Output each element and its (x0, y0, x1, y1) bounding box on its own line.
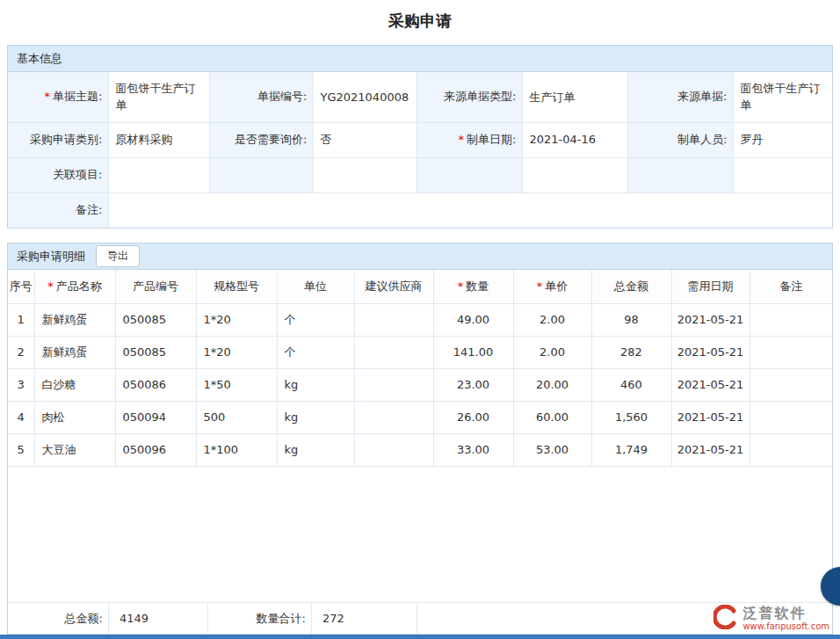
field-label-purchase-category: 采购申请类别: (8, 122, 108, 157)
field-value-purchase-category: 原材料采购 (108, 122, 209, 157)
cell-need-date: 2021-05-21 (671, 433, 749, 466)
field-label-doc-no: 单据编号: (209, 72, 313, 122)
summary-row: 总金额: 4149 数量合计: 272 (8, 602, 832, 634)
purchase-request-page: { "marks": { "required": "*" }, "colors"… (0, 0, 840, 639)
field-value-related-project (108, 157, 209, 192)
cell-seq: 2 (8, 336, 34, 368)
total-amount-label: 总金额: (8, 603, 108, 634)
field-value-doc-subject: 面包饼干生产订单 (108, 72, 209, 122)
cell-qty: 33.00 (433, 433, 513, 466)
field-value-creator: 罗丹 (733, 122, 832, 157)
cell-amount: 460 (591, 368, 671, 401)
field-value-source-doc-type: 生产订单 (522, 72, 627, 122)
cell-need-date: 2021-05-21 (671, 336, 749, 368)
required-asterisk: * (458, 280, 464, 293)
col-remark: 备注 (749, 270, 832, 303)
empty-value-cell (313, 157, 416, 192)
cell-unit: 个 (277, 336, 354, 368)
col-price: *单价 (513, 270, 591, 303)
export-button[interactable]: 导出 (96, 245, 140, 267)
cell-qty: 141.00 (433, 336, 513, 368)
field-label-remark: 备注: (8, 192, 108, 228)
basic-info-row: 采购申请类别: 原材料采购 是否需要询价: 否 *制单日期: 2021-04-1… (8, 122, 832, 157)
required-asterisk: * (459, 133, 465, 146)
detail-row: 1 新鲜鸡蛋 050085 1*20 个 49.00 2.00 98 2021-… (8, 303, 832, 336)
col-amount: 总金额 (591, 270, 671, 303)
basic-info-row: 备注: (8, 192, 832, 228)
col-qty: *数量 (433, 270, 513, 303)
cell-price: 20.00 (513, 368, 591, 401)
cell-supplier (354, 368, 433, 401)
empty-label-cell (416, 157, 522, 192)
cell-supplier (354, 433, 433, 466)
col-unit: 单位 (277, 270, 354, 303)
cell-product-name: 新鲜鸡蛋 (34, 336, 115, 368)
cell-price: 53.00 (513, 433, 591, 466)
cell-product-no: 050085 (115, 303, 196, 336)
cell-price: 2.00 (513, 336, 591, 368)
cell-remark (749, 401, 832, 433)
col-product-name: *产品名称 (34, 270, 115, 303)
details-header: 采购申请明细 导出 (8, 243, 832, 270)
cell-need-date: 2021-05-21 (671, 368, 749, 401)
field-label-create-date: *制单日期: (416, 122, 522, 157)
basic-info-row: *单据主题: 面包饼干生产订单 单据编号: YG2021040008 来源单据类… (8, 72, 832, 122)
field-value-remark (108, 192, 832, 228)
cell-qty: 26.00 (433, 401, 513, 433)
empty-label-cell (209, 157, 313, 192)
empty-value-cell (522, 157, 627, 192)
cell-seq: 5 (8, 433, 34, 466)
field-label-source-doc-type: 来源单据类型: (416, 72, 522, 122)
brand-text: 泛普软件 www.fanpusoft.com (742, 606, 829, 631)
empty-value-cell (733, 157, 832, 192)
col-need-date: 需用日期 (671, 270, 749, 303)
cell-product-no: 050096 (115, 433, 196, 466)
cell-product-name: 大豆油 (34, 433, 115, 466)
cell-spec: 1*100 (196, 433, 277, 466)
cell-unit: kg (277, 433, 354, 466)
basic-info-row: 关联项目: (8, 157, 832, 192)
cell-unit: kg (277, 368, 354, 401)
cell-seq: 3 (8, 368, 34, 401)
cell-seq: 1 (8, 303, 34, 336)
detail-row: 4 肉松 050094 500 kg 26.00 60.00 1,560 202… (8, 401, 832, 433)
field-label-source-doc: 来源单据: (627, 72, 733, 122)
cell-spec: 1*20 (196, 336, 277, 368)
cell-product-no: 050086 (115, 368, 196, 401)
detail-row: 5 大豆油 050096 1*100 kg 33.00 53.00 1,749 … (8, 433, 832, 466)
details-panel: 采购申请明细 导出 序号 *产品名称 产品编号 规格型号 单位 建议供应商 *数… (7, 243, 833, 635)
cell-spec: 500 (196, 401, 277, 433)
required-asterisk: * (537, 280, 543, 293)
cell-remark (749, 303, 832, 336)
bottom-accent-bar (0, 635, 840, 639)
detail-header-row: 序号 *产品名称 产品编号 规格型号 单位 建议供应商 *数量 *单价 总金额 … (8, 270, 832, 303)
cell-qty: 23.00 (433, 368, 513, 401)
brand-url: www.fanpusoft.com (742, 621, 829, 631)
field-value-doc-no: YG2021040008 (313, 72, 416, 122)
cell-amount: 1,749 (591, 433, 671, 466)
fanpu-logo-icon (713, 605, 738, 632)
empty-label-cell (627, 157, 733, 192)
cell-unit: kg (277, 401, 354, 433)
cell-seq: 4 (8, 401, 34, 433)
basic-info-section-title: 基本信息 (17, 46, 62, 72)
col-supplier: 建议供应商 (354, 270, 433, 303)
field-label-need-inquiry: 是否需要询价: (209, 122, 313, 157)
col-product-no: 产品编号 (115, 270, 196, 303)
cell-remark (749, 336, 832, 368)
cell-remark (749, 368, 832, 401)
page-title: 采购申请 (0, 0, 840, 45)
details-empty-area (8, 467, 832, 603)
details-table: 序号 *产品名称 产品编号 规格型号 单位 建议供应商 *数量 *单价 总金额 … (8, 270, 832, 467)
cell-product-name: 肉松 (34, 401, 115, 433)
brand-name: 泛普软件 (742, 606, 806, 621)
cell-amount: 1,560 (591, 401, 671, 433)
total-amount-value: 4149 (108, 603, 208, 634)
cell-need-date: 2021-05-21 (671, 303, 749, 336)
field-label-creator: 制单人员: (627, 122, 733, 157)
field-label-related-project: 关联项目: (8, 157, 108, 192)
col-seq: 序号 (8, 270, 34, 303)
cell-product-no: 050085 (115, 336, 196, 368)
cell-supplier (354, 303, 433, 336)
cell-amount: 282 (591, 336, 671, 368)
